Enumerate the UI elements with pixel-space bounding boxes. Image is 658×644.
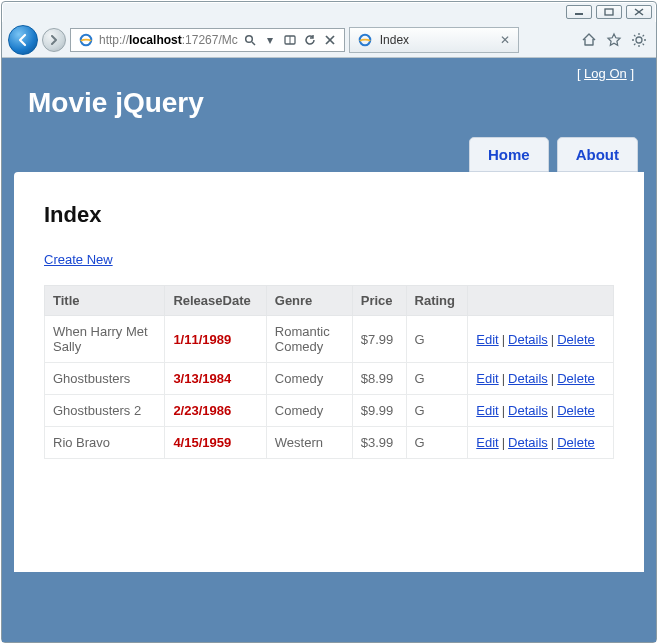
page-title: Index — [44, 202, 614, 228]
cell-price: $3.99 — [352, 427, 406, 459]
window-titlebar — [2, 2, 656, 22]
svg-rect-1 — [605, 9, 613, 15]
cell-genre: Comedy — [266, 363, 352, 395]
table-row: Ghostbusters3/13/1984Comedy$8.99GEdit|De… — [45, 363, 614, 395]
browser-window: http://localhost:17267/Mc ▾ Index ✕ — [1, 1, 657, 643]
table-row: Ghostbusters 22/23/1986Comedy$9.99GEdit|… — [45, 395, 614, 427]
cell-actions: Edit|Details|Delete — [468, 316, 614, 363]
search-icon[interactable] — [242, 29, 258, 51]
create-new-link[interactable]: Create New — [44, 252, 113, 267]
delete-link[interactable]: Delete — [557, 403, 595, 418]
url-box[interactable]: http://localhost:17267/Mc ▾ — [70, 28, 345, 52]
svg-line-18 — [643, 43, 644, 44]
details-link[interactable]: Details — [508, 435, 548, 450]
cell-actions: Edit|Details|Delete — [468, 395, 614, 427]
cell-genre: Western — [266, 427, 352, 459]
cell-actions: Edit|Details|Delete — [468, 427, 614, 459]
table-row: When Harry Met Sally1/11/1989Romantic Co… — [45, 316, 614, 363]
cell-rating: G — [406, 395, 468, 427]
dropdown-icon[interactable]: ▾ — [262, 29, 278, 51]
delete-link[interactable]: Delete — [557, 371, 595, 386]
edit-link[interactable]: Edit — [476, 435, 498, 450]
nav-home[interactable]: Home — [469, 137, 549, 172]
refresh-icon[interactable] — [302, 29, 318, 51]
col-rating: Rating — [406, 286, 468, 316]
cell-releasedate: 3/13/1984 — [165, 363, 266, 395]
details-link[interactable]: Details — [508, 332, 548, 347]
svg-point-12 — [636, 37, 642, 43]
cell-title: When Harry Met Sally — [45, 316, 165, 363]
cell-price: $8.99 — [352, 363, 406, 395]
logon-link[interactable]: Log On — [584, 66, 627, 81]
svg-line-19 — [634, 43, 635, 44]
cell-genre: Comedy — [266, 395, 352, 427]
cell-title: Rio Bravo — [45, 427, 165, 459]
home-icon[interactable] — [578, 29, 600, 51]
cell-releasedate: 1/11/1989 — [165, 316, 266, 363]
cell-releasedate: 2/23/1986 — [165, 395, 266, 427]
browser-tab[interactable]: Index ✕ — [349, 27, 519, 53]
maximize-button[interactable] — [596, 5, 622, 19]
compat-icon[interactable] — [282, 29, 298, 51]
movie-table: Title ReleaseDate Genre Price Rating Whe… — [44, 285, 614, 459]
page: [ Log On ] Movie jQuery Home About Index… — [2, 58, 656, 642]
tab-favicon — [356, 31, 374, 49]
toolbar-right — [578, 29, 650, 51]
cell-price: $9.99 — [352, 395, 406, 427]
edit-link[interactable]: Edit — [476, 332, 498, 347]
url-text: http://localhost:17267/Mc — [99, 33, 238, 47]
address-bar: http://localhost:17267/Mc ▾ Index ✕ — [2, 22, 656, 58]
tools-icon[interactable] — [628, 29, 650, 51]
site-title: Movie jQuery — [14, 83, 644, 137]
details-link[interactable]: Details — [508, 371, 548, 386]
cell-price: $7.99 — [352, 316, 406, 363]
close-window-button[interactable] — [626, 5, 652, 19]
svg-line-20 — [643, 35, 644, 36]
svg-line-17 — [634, 35, 635, 36]
cell-actions: Edit|Details|Delete — [468, 363, 614, 395]
cell-rating: G — [406, 363, 468, 395]
col-actions — [468, 286, 614, 316]
edit-link[interactable]: Edit — [476, 371, 498, 386]
cell-genre: Romantic Comedy — [266, 316, 352, 363]
ie-icon — [77, 31, 95, 49]
nav-about[interactable]: About — [557, 137, 638, 172]
cell-title: Ghostbusters — [45, 363, 165, 395]
cell-title: Ghostbusters 2 — [45, 395, 165, 427]
main-nav: Home About — [14, 137, 644, 172]
tab-close-icon[interactable]: ✕ — [498, 33, 512, 47]
table-row: Rio Bravo4/15/1959Western$3.99GEdit|Deta… — [45, 427, 614, 459]
stop-icon[interactable] — [322, 29, 338, 51]
cell-rating: G — [406, 316, 468, 363]
minimize-button[interactable] — [566, 5, 592, 19]
col-genre: Genre — [266, 286, 352, 316]
svg-point-5 — [245, 35, 252, 42]
forward-button[interactable] — [42, 28, 66, 52]
tab-title: Index — [380, 33, 492, 47]
details-link[interactable]: Details — [508, 403, 548, 418]
table-header-row: Title ReleaseDate Genre Price Rating — [45, 286, 614, 316]
col-price: Price — [352, 286, 406, 316]
col-title: Title — [45, 286, 165, 316]
main-content: Index Create New Title ReleaseDate Genre… — [14, 172, 644, 572]
cell-releasedate: 4/15/1959 — [165, 427, 266, 459]
delete-link[interactable]: Delete — [557, 435, 595, 450]
back-button[interactable] — [8, 25, 38, 55]
cell-rating: G — [406, 427, 468, 459]
logon-row: [ Log On ] — [14, 58, 644, 83]
delete-link[interactable]: Delete — [557, 332, 595, 347]
col-releasedate: ReleaseDate — [165, 286, 266, 316]
edit-link[interactable]: Edit — [476, 403, 498, 418]
viewport: [ Log On ] Movie jQuery Home About Index… — [2, 58, 656, 642]
favorites-icon[interactable] — [603, 29, 625, 51]
svg-line-6 — [252, 42, 255, 45]
